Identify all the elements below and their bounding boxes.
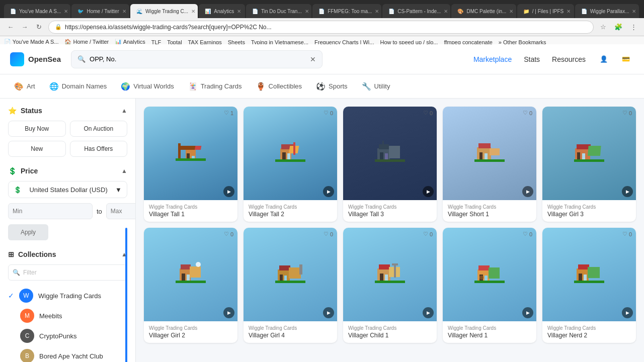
nft-play-btn-0[interactable]: ▶ bbox=[223, 186, 234, 197]
price-separator: to bbox=[97, 208, 102, 215]
on-auction-btn[interactable]: On Auction bbox=[70, 121, 128, 137]
apply-button[interactable]: Apply bbox=[8, 224, 48, 240]
nft-like-1[interactable]: ♡0 bbox=[324, 110, 333, 116]
price-title: 💲 Price bbox=[8, 167, 38, 175]
nft-play-btn-7[interactable]: ▶ bbox=[423, 307, 434, 318]
nft-like-0[interactable]: ♡1 bbox=[224, 110, 233, 116]
cat-tab-sports[interactable]: ⚽ Sports bbox=[310, 79, 354, 94]
collection-item-cryptopunks[interactable]: C CryptoPunks bbox=[8, 326, 127, 346]
nft-like-7[interactable]: ♡0 bbox=[423, 231, 433, 237]
currency-select[interactable]: 💲 United States Dollar (USD) ▼ bbox=[8, 181, 127, 198]
nav-marketplace[interactable]: Marketplace bbox=[473, 55, 512, 63]
collections-title: ⊞ Collections bbox=[8, 250, 56, 258]
url-bar[interactable]: 🔒 https://opensea.io/assets/wiggle-tradi… bbox=[48, 21, 594, 34]
tab-5[interactable]: 📄Tin Do Duc Tran...✕ bbox=[246, 4, 311, 18]
refresh-btn[interactable]: ↻ bbox=[33, 22, 44, 33]
nft-card-3[interactable]: ♡0 ▶ Wiggle Trading Cards Villager Short… bbox=[443, 107, 536, 222]
nft-like-2[interactable]: ♡0 bbox=[423, 110, 433, 116]
forward-btn[interactable]: → bbox=[19, 22, 30, 33]
nft-play-btn-6[interactable]: ▶ bbox=[323, 307, 334, 318]
tab-9[interactable]: 📁/ | Files | IPFS✕ bbox=[517, 4, 574, 18]
nft-like-3[interactable]: ♡0 bbox=[523, 110, 532, 116]
collections-filter[interactable]: 🔍 Filter bbox=[8, 264, 127, 281]
cat-tab-virtual[interactable]: 🌍 Virtual Worlds bbox=[115, 79, 180, 94]
nft-like-9[interactable]: ♡0 bbox=[622, 231, 632, 237]
nav-resources[interactable]: Resources bbox=[552, 55, 586, 63]
tab-7[interactable]: 📄CS-Pattern - Inde...✕ bbox=[382, 4, 450, 18]
cat-tab-domain[interactable]: 🌐 Domain Names bbox=[43, 79, 113, 94]
tab-6[interactable]: 📄FFMPEG: Too ma...✕ bbox=[312, 4, 381, 18]
nav-stats[interactable]: Stats bbox=[524, 55, 540, 63]
nft-like-5[interactable]: ♡0 bbox=[224, 231, 233, 237]
tab-10[interactable]: 📄Wiggle Parallax...✕ bbox=[575, 4, 639, 18]
nft-like-6[interactable]: ♡0 bbox=[324, 231, 333, 237]
status-section-header[interactable]: ⭐ Status ▲ bbox=[8, 107, 127, 115]
logo-text: OpenSea bbox=[28, 55, 61, 63]
cat-tab-trading[interactable]: 🃏 Trading Cards bbox=[182, 79, 248, 94]
nft-name-9: Villager Nerd 2 bbox=[547, 332, 631, 339]
tab-4[interactable]: 📊Analytics✕ bbox=[199, 4, 245, 18]
buy-now-btn[interactable]: Buy Now bbox=[8, 121, 66, 137]
nft-card-1[interactable]: ♡0 ▶ Wiggle Trading Cards Villager Tall … bbox=[244, 107, 337, 222]
tab-8[interactable]: 🎨DMC Palette (in...✕ bbox=[451, 4, 516, 18]
svg-rect-61 bbox=[474, 281, 505, 283]
tab-2[interactable]: 🐦Home / Twitter✕ bbox=[71, 4, 129, 18]
menu-btn[interactable]: ⋮ bbox=[628, 22, 639, 33]
nft-like-8[interactable]: ♡0 bbox=[523, 231, 532, 237]
has-offers-btn[interactable]: Has Offers bbox=[70, 141, 128, 157]
nft-play-btn-3[interactable]: ▶ bbox=[522, 186, 533, 197]
tab-1[interactable]: 📄You've Made A S...✕ bbox=[4, 4, 70, 18]
svg-rect-52 bbox=[385, 275, 388, 281]
nft-play-btn-1[interactable]: ▶ bbox=[323, 186, 334, 197]
cat-tab-art[interactable]: 🎨 Art bbox=[8, 79, 41, 94]
nft-card-0[interactable]: ♡1 ▶ Wiggle Trading Cards Villager Tall … bbox=[144, 107, 237, 222]
wallet-icon[interactable]: 💳 bbox=[618, 51, 634, 67]
nft-play-btn-8[interactable]: ▶ bbox=[522, 307, 533, 318]
price-section-header[interactable]: 💲 Price ▲ bbox=[8, 167, 127, 175]
cat-tab-virtual-label: Virtual Worlds bbox=[133, 82, 174, 90]
collection-item-meebits[interactable]: M Meebits bbox=[8, 306, 127, 326]
nft-info-4: Wiggle Trading Cards Villager Girl 3 bbox=[542, 200, 636, 222]
cat-tab-art-label: Art bbox=[27, 82, 35, 90]
browser-chrome: 📄You've Made A S...✕ 🐦Home / Twitter✕ 🌊W… bbox=[0, 0, 644, 44]
search-input[interactable] bbox=[90, 55, 306, 63]
cat-tab-utility[interactable]: 🔧 Utility bbox=[356, 79, 396, 94]
collections-section-header[interactable]: ⊞ Collections ▲ bbox=[8, 250, 127, 258]
nft-card-4[interactable]: ♡0 ▶ Wiggle Trading Cards Villager Girl … bbox=[542, 107, 636, 222]
svg-rect-15 bbox=[377, 148, 390, 159]
nft-img-0: ♡1 ▶ bbox=[144, 107, 237, 200]
nft-card-5[interactable]: ♡0 ▶ Wiggle Trading Cards Villager Girl … bbox=[144, 228, 237, 343]
svg-rect-42 bbox=[279, 265, 290, 270]
collection-item-bayc[interactable]: B Bored Ape Yacht Club bbox=[8, 346, 127, 362]
tab-3-active[interactable]: 🌊Wiggle Trading C...✕ bbox=[130, 4, 198, 18]
logo[interactable]: OpenSea bbox=[10, 52, 61, 66]
collections-filter-placeholder: Filter bbox=[23, 269, 37, 276]
collection-name-cryptopunks: CryptoPunks bbox=[39, 332, 76, 340]
price-min-input[interactable] bbox=[8, 203, 93, 219]
nft-play-btn-5[interactable]: ▶ bbox=[223, 307, 234, 318]
svg-rect-27 bbox=[474, 159, 505, 162]
bookmark-btn[interactable]: ☆ bbox=[598, 22, 609, 33]
nft-card-9[interactable]: ♡0 ▶ Wiggle Trading Cards Villager Nerd … bbox=[542, 228, 636, 343]
collection-name-meebits: Meebits bbox=[39, 312, 62, 320]
cat-tab-collectibles[interactable]: 🏺 Collectibles bbox=[250, 79, 308, 94]
nft-card-8[interactable]: ♡0 ▶ Wiggle Trading Cards Villager Nerd … bbox=[443, 228, 536, 343]
nft-card-7[interactable]: ♡0 ▶ Wiggle Trading Cards Villager Child… bbox=[343, 228, 437, 343]
nft-play-btn-9[interactable]: ▶ bbox=[622, 307, 633, 318]
back-btn[interactable]: ← bbox=[5, 22, 16, 33]
nft-card-2[interactable]: ♡0 ▶ Wiggle Trading Cards Villager Tall … bbox=[343, 107, 437, 222]
app-header: OpenSea 🔍 ✕ Marketplace Stats Resources … bbox=[0, 44, 644, 74]
nft-play-btn-4[interactable]: ▶ bbox=[622, 186, 633, 197]
search-bar[interactable]: 🔍 ✕ bbox=[71, 50, 323, 68]
new-btn[interactable]: New bbox=[8, 141, 66, 157]
nft-img-5: ♡0 ▶ bbox=[144, 228, 237, 321]
collection-item-wiggle[interactable]: ✓ W Wiggle Trading Cards bbox=[8, 286, 127, 306]
nft-like-4[interactable]: ♡0 bbox=[622, 110, 632, 116]
nft-card-6[interactable]: ♡0 ▶ Wiggle Trading Cards Villager Girl … bbox=[244, 228, 337, 343]
svg-rect-35 bbox=[181, 264, 191, 269]
nft-play-btn-2[interactable]: ▶ bbox=[423, 186, 434, 197]
search-clear-icon[interactable]: ✕ bbox=[310, 55, 316, 63]
profile-icon[interactable]: 👤 bbox=[596, 51, 612, 67]
price-max-input[interactable] bbox=[106, 203, 136, 219]
extensions-btn[interactable]: 🧩 bbox=[613, 22, 624, 33]
